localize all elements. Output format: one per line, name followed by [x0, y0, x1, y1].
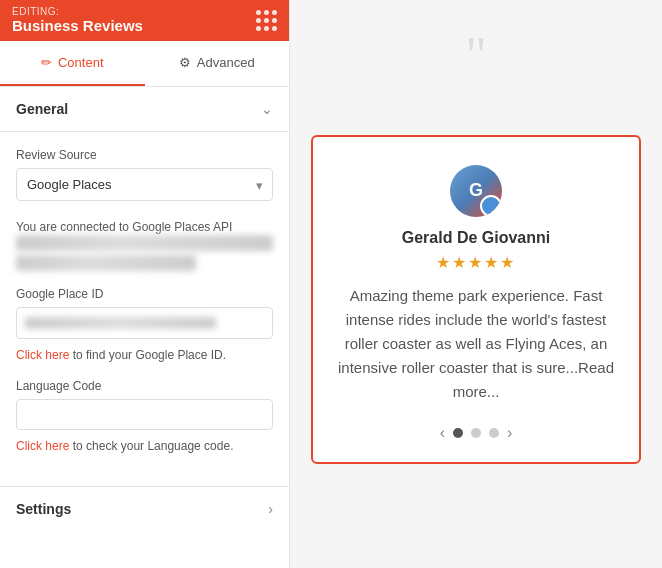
carousel-next-button[interactable]: › [507, 424, 512, 442]
tab-advanced-label: Advanced [197, 55, 255, 70]
avatar-wrap: G [337, 165, 615, 217]
editing-bar: EDITING: Business Reviews [0, 0, 289, 41]
lang-help: Click here to check your Language code. [16, 436, 273, 454]
editing-info: EDITING: Business Reviews [12, 6, 143, 35]
place-id-help: Click here to find your Google Place ID. [16, 345, 273, 363]
tabs-bar: ✏ Content ⚙ Advanced [0, 41, 289, 87]
quote-mark: " [465, 30, 486, 82]
language-code-input[interactable] [16, 399, 273, 430]
editing-label: EDITING: [12, 6, 143, 17]
editing-title: Business Reviews [12, 17, 143, 34]
language-code-label: Language Code [16, 379, 273, 393]
click-here-place-link[interactable]: Click here [16, 348, 69, 362]
review-card: G Gerald De Giovanni ★★★★★ Amazing theme… [311, 135, 641, 464]
api-key-blurred-2 [16, 255, 196, 271]
carousel-nav: ‹ › [337, 424, 615, 442]
tab-content-label: Content [58, 55, 104, 70]
google-place-id-input[interactable] [16, 307, 273, 339]
avatar-initials: G [469, 180, 483, 201]
review-text: Amazing theme park experience. Fast inte… [337, 284, 615, 404]
settings-section-header[interactable]: Settings › [0, 486, 289, 531]
language-code-field: Language Code Click here to check your L… [16, 379, 273, 454]
right-panel: " G Gerald De Giovanni ★★★★★ Amazing the… [290, 0, 662, 568]
general-title: General [16, 101, 68, 117]
place-id-help-text: to find your Google Place ID. [69, 348, 226, 362]
review-source-select[interactable]: Google Places [16, 168, 273, 201]
general-form: Review Source Google Places ▾ You are co… [0, 132, 289, 486]
tab-advanced[interactable]: ⚙ Advanced [145, 41, 290, 86]
review-source-field: Review Source Google Places ▾ [16, 148, 273, 201]
left-panel: EDITING: Business Reviews ✏ Content ⚙ Ad… [0, 0, 290, 568]
google-place-id-field: Google Place ID Click here to find your … [16, 287, 273, 363]
tab-content[interactable]: ✏ Content [0, 41, 145, 86]
panel-content: General ⌄ Review Source Google Places ▾ … [0, 87, 289, 568]
star-rating: ★★★★★ [337, 253, 615, 272]
carousel-dot-1[interactable] [453, 428, 463, 438]
place-id-blurred-value [25, 317, 216, 329]
google-place-id-label: Google Place ID [16, 287, 273, 301]
lang-help-text: to check your Language code. [69, 439, 233, 453]
carousel-dot-2[interactable] [471, 428, 481, 438]
grid-dots-icon[interactable] [256, 10, 277, 31]
general-section-header[interactable]: General ⌄ [0, 87, 289, 132]
carousel-dot-3[interactable] [489, 428, 499, 438]
reviewer-name: Gerald De Giovanni [337, 229, 615, 247]
sliders-icon: ⚙ [179, 55, 191, 70]
api-key-blurred [16, 235, 273, 251]
click-here-lang-link[interactable]: Click here [16, 439, 69, 453]
review-source-select-wrap: Google Places ▾ [16, 168, 273, 201]
review-source-label: Review Source [16, 148, 273, 162]
connected-field: You are connected to Google Places API [16, 217, 273, 271]
avatar: G [450, 165, 502, 217]
carousel-prev-button[interactable]: ‹ [440, 424, 445, 442]
chevron-down-icon: ⌄ [261, 101, 273, 117]
settings-title: Settings [16, 501, 71, 517]
pencil-icon: ✏ [41, 55, 52, 70]
chevron-right-icon: › [268, 501, 273, 517]
connected-text: You are connected to Google Places API [16, 220, 232, 234]
